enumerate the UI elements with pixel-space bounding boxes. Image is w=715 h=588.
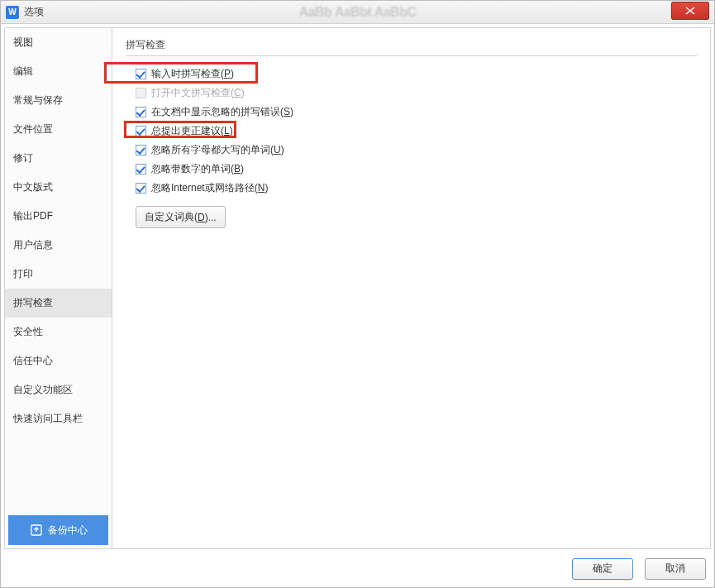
cancel-button[interactable]: 取消 <box>645 558 706 580</box>
sidebar-item-10[interactable]: 安全性 <box>5 318 112 347</box>
backup-icon <box>30 523 43 537</box>
option-label-6: 忽略Internet或网络路径(N) <box>151 181 268 195</box>
sidebar-item-9[interactable]: 拼写检查 <box>5 289 112 318</box>
option-label-1: 打开中文拼写检查(C) <box>151 86 245 100</box>
titlebar: W 选项 AaBb AaBbt AaBbC <box>1 1 714 24</box>
option-label-3: 总提出更正建议(L) <box>151 124 233 138</box>
option-label-4: 忽略所有字母都大写的单词(U) <box>151 143 284 157</box>
custom-dict-accel: D <box>198 212 205 223</box>
close-icon <box>685 7 695 15</box>
option-checkbox-4[interactable] <box>136 145 146 155</box>
custom-dict-text-post: )... <box>205 212 217 223</box>
sidebar-item-0[interactable]: 视图 <box>5 28 112 57</box>
sidebar-item-1[interactable]: 编辑 <box>5 57 112 86</box>
option-checkbox-6[interactable] <box>136 183 146 194</box>
sidebar-item-13[interactable]: 快速访问工具栏 <box>5 404 112 433</box>
background-text: AaBb AaBbt AaBbC <box>299 5 417 20</box>
option-label-0: 输入时拼写检查(P) <box>151 67 234 81</box>
content-panel: 拼写检查 输入时拼写检查(P)打开中文拼写检查(C)在文档中显示忽略的拼写错误(… <box>112 27 711 549</box>
option-row-4: 忽略所有字母都大写的单词(U) <box>136 141 697 160</box>
close-button[interactable] <box>671 2 709 20</box>
sidebar-item-12[interactable]: 自定义功能区 <box>5 375 112 404</box>
sidebar-item-2[interactable]: 常规与保存 <box>5 86 112 115</box>
sidebar: 视图编辑常规与保存文件位置修订中文版式输出PDF用户信息打印拼写检查安全性信任中… <box>4 27 112 549</box>
option-row-1: 打开中文拼写检查(C) <box>136 84 697 103</box>
options-dialog: W 选项 AaBb AaBbt AaBbC 视图编辑常规与保存文件位置修订中文版… <box>0 0 715 588</box>
sidebar-item-4[interactable]: 修订 <box>5 144 112 173</box>
footer: 确定 取消 <box>1 549 714 587</box>
option-label-2: 在文档中显示忽略的拼写错误(S) <box>151 105 293 119</box>
sidebar-item-6[interactable]: 输出PDF <box>5 202 112 231</box>
option-checkbox-5[interactable] <box>136 164 146 174</box>
sidebar-item-11[interactable]: 信任中心 <box>5 347 112 375</box>
backup-center-label: 备份中心 <box>48 523 88 538</box>
sidebar-item-7[interactable]: 用户信息 <box>5 231 112 260</box>
option-row-2: 在文档中显示忽略的拼写错误(S) <box>136 103 697 122</box>
option-checkbox-0[interactable] <box>136 69 146 79</box>
option-checkbox-1 <box>136 88 146 98</box>
option-row-6: 忽略Internet或网络路径(N) <box>136 179 697 198</box>
sidebar-item-3[interactable]: 文件位置 <box>5 115 112 144</box>
ok-button[interactable]: 确定 <box>572 558 633 580</box>
option-row-3: 总提出更正建议(L) <box>136 122 697 141</box>
option-checkbox-2[interactable] <box>136 107 146 117</box>
sidebar-item-8[interactable]: 打印 <box>5 260 112 289</box>
option-label-5: 忽略带数字的单词(B) <box>151 162 244 176</box>
option-row-0: 输入时拼写检查(P) <box>136 65 697 84</box>
dialog-title: 选项 <box>24 5 44 19</box>
custom-dictionary-button[interactable]: 自定义词典(D)... <box>136 206 226 228</box>
backup-center-button[interactable]: 备份中心 <box>8 515 108 545</box>
section-header: 拼写检查 <box>126 38 697 56</box>
sidebar-item-5[interactable]: 中文版式 <box>5 173 112 202</box>
app-icon: W <box>6 6 19 19</box>
option-checkbox-3[interactable] <box>136 126 146 136</box>
custom-dict-text-pre: 自定义词典( <box>145 210 198 224</box>
option-row-5: 忽略带数字的单词(B) <box>136 160 697 179</box>
